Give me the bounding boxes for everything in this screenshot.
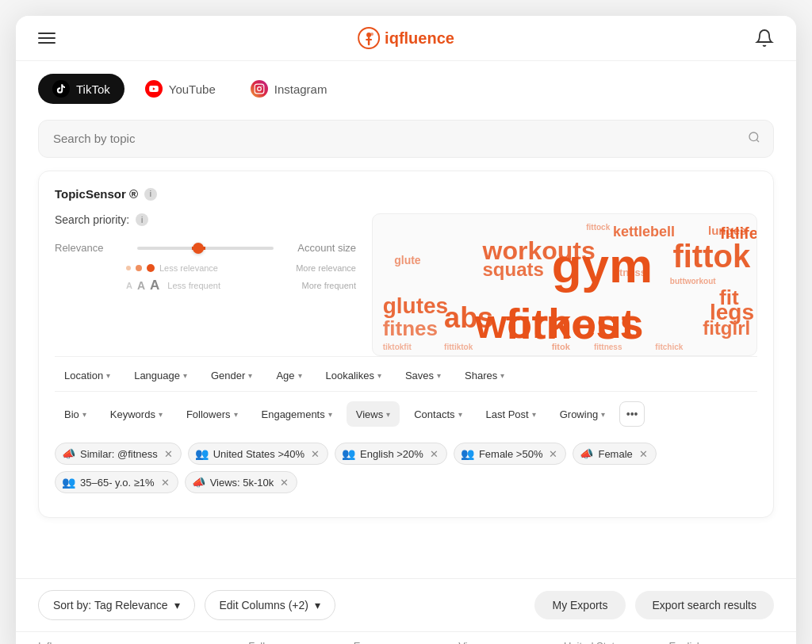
- growing-chevron-icon: ▾: [601, 410, 605, 419]
- filter-engagements[interactable]: Engagements ▾: [252, 401, 342, 427]
- word-fitnes[interactable]: fitnes: [381, 316, 440, 341]
- filter-age-label: Age: [276, 370, 294, 381]
- edit-columns-label: Edit Columns (+2): [220, 599, 308, 611]
- filter-language-label: Language: [134, 370, 180, 381]
- contacts-chevron-icon: ▾: [458, 410, 462, 419]
- table-header: Influencer Followers Engageme... Views U…: [16, 631, 796, 644]
- word-fittness[interactable]: fittness: [592, 342, 625, 352]
- saves-chevron-icon: ▾: [437, 371, 441, 380]
- edit-columns-button[interactable]: Edit Columns (+2) ▾: [205, 590, 335, 620]
- text-a-large: A: [150, 278, 159, 293]
- location-chevron-icon: ▾: [106, 371, 110, 380]
- filter-tag-us[interactable]: 👥 United States >40% ✕: [188, 443, 328, 465]
- filter-gender[interactable]: Gender ▾: [201, 365, 262, 386]
- filter-language[interactable]: Language ▾: [124, 365, 197, 386]
- slider-row: Relevance Account size: [55, 242, 356, 254]
- svg-point-7: [261, 86, 262, 86]
- gender-chevron-icon: ▾: [248, 371, 252, 380]
- filter-growing[interactable]: Growing ▾: [550, 401, 615, 427]
- word-fittok[interactable]: fittok: [670, 238, 753, 274]
- word-fittiktok[interactable]: fittiktok: [442, 342, 475, 352]
- filter-shares-label: Shares: [465, 370, 497, 381]
- bio-chevron-icon: ▾: [82, 410, 86, 419]
- my-exports-button[interactable]: My Exports: [534, 591, 625, 619]
- views-tag-close-icon[interactable]: ✕: [280, 477, 289, 489]
- more-filters-button[interactable]: •••: [619, 401, 645, 427]
- filter-age[interactable]: Age ▾: [266, 365, 311, 386]
- language-chevron-icon: ▾: [183, 371, 187, 380]
- filter-shares[interactable]: Shares ▾: [455, 365, 514, 386]
- text-a-medium: A: [137, 279, 145, 292]
- filter-tag-similar[interactable]: 📣 Similar: @fitness ✕: [55, 443, 182, 465]
- filter-last-post[interactable]: Last Post ▾: [477, 401, 546, 427]
- svg-point-8: [749, 132, 758, 141]
- bottom-toolbar: Sort by: Tag Relevance ▾ Edit Columns (+…: [16, 578, 796, 631]
- filter-saves[interactable]: Saves ▾: [396, 365, 450, 386]
- search-input[interactable]: [53, 132, 740, 145]
- female-pct-tag-close-icon[interactable]: ✕: [549, 448, 557, 460]
- menu-icon[interactable]: [38, 33, 56, 44]
- export-results-label: Export search results: [653, 599, 757, 611]
- filter-dropdowns-row2: Bio ▾ Keywords ▾ Followers ▾ Engagements…: [55, 397, 757, 435]
- age-tag-icon: 👥: [62, 476, 75, 489]
- us-tag-close-icon[interactable]: ✕: [311, 448, 320, 460]
- dot-large: [147, 264, 155, 272]
- filter-tag-english[interactable]: 👥 English >20% ✕: [335, 443, 447, 465]
- app-window: iqfluence TikTok: [16, 16, 796, 644]
- filter-contacts[interactable]: Contacts ▾: [404, 401, 471, 427]
- filter-tag-female-pct[interactable]: 👥 Female >50% ✕: [454, 443, 567, 465]
- filter-bio-label: Bio: [64, 408, 79, 420]
- word-fitgirl[interactable]: fitgirl: [700, 317, 753, 339]
- less-frequent-label: Less frequent: [167, 281, 220, 290]
- col-header-influencer: Influencer: [38, 640, 248, 644]
- export-results-button[interactable]: Export search results: [635, 591, 775, 619]
- filter-lookalikes[interactable]: Lookalikes ▾: [316, 365, 391, 386]
- word-glutes[interactable]: glutes: [381, 293, 450, 320]
- tab-instagram[interactable]: Instagram: [236, 74, 342, 104]
- female-tag-label: Female: [598, 448, 632, 460]
- notification-bell-icon[interactable]: [755, 29, 774, 48]
- tab-tiktok[interactable]: TikTok: [38, 74, 124, 104]
- filter-engagements-label: Engagements: [262, 408, 325, 420]
- word-fitness-small[interactable]: fitness: [611, 266, 649, 279]
- filter-tag-age[interactable]: 👥 35–65- y.o. ≥1% ✕: [55, 471, 178, 493]
- filter-bio[interactable]: Bio ▾: [55, 401, 96, 427]
- us-tag-icon: 👥: [195, 447, 209, 460]
- word-fitchick[interactable]: fitchick: [653, 342, 685, 352]
- filter-growing-label: Growing: [560, 408, 598, 420]
- filter-views[interactable]: Views ▾: [347, 401, 400, 427]
- instagram-label: Instagram: [274, 82, 327, 96]
- filter-dropdowns-row1: Location ▾ Language ▾ Gender ▾ Age ▾ Loo…: [55, 356, 757, 392]
- similar-tag-icon: 📣: [62, 447, 75, 460]
- col-header-engagements: Engageme...: [354, 640, 459, 644]
- dot-legend-row: Less relevance More relevance: [55, 263, 356, 273]
- filter-location[interactable]: Location ▾: [55, 365, 120, 386]
- word-fitok[interactable]: fitok: [550, 341, 573, 352]
- filter-gender-label: Gender: [211, 370, 245, 381]
- filter-keywords-label: Keywords: [110, 408, 155, 420]
- topic-sensor-info-icon[interactable]: i: [144, 188, 157, 201]
- word-fittock[interactable]: fittock: [584, 222, 612, 232]
- youtube-icon: [145, 80, 163, 98]
- filter-tag-views[interactable]: 📣 Views: 5k-10k ✕: [185, 471, 298, 493]
- tab-youtube[interactable]: YouTube: [131, 74, 230, 104]
- filter-followers[interactable]: Followers ▾: [177, 401, 247, 427]
- filter-keywords[interactable]: Keywords ▾: [101, 401, 172, 427]
- sort-button[interactable]: Sort by: Tag Relevance ▾: [38, 590, 195, 620]
- word-squats[interactable]: squats: [481, 259, 546, 281]
- search-priority-info-icon[interactable]: i: [136, 213, 148, 226]
- search-priority-row: Search priority: i: [55, 213, 356, 226]
- word-buttworkout[interactable]: buttworkout: [668, 276, 718, 286]
- engagements-chevron-icon: ▾: [328, 410, 332, 419]
- female-tag-close-icon[interactable]: ✕: [639, 448, 648, 460]
- word-tiktokfit[interactable]: tiktokfit: [381, 342, 414, 352]
- similar-tag-close-icon[interactable]: ✕: [164, 448, 173, 460]
- filter-tag-female[interactable]: 📣 Female ✕: [573, 443, 656, 465]
- relevance-slider[interactable]: [137, 247, 274, 250]
- word-glute[interactable]: glute: [392, 254, 423, 267]
- english-tag-close-icon[interactable]: ✕: [430, 448, 439, 460]
- english-tag-label: English >20%: [360, 448, 423, 460]
- filter-views-label: Views: [356, 408, 383, 420]
- last-post-chevron-icon: ▾: [532, 410, 536, 419]
- age-tag-close-icon[interactable]: ✕: [161, 477, 170, 489]
